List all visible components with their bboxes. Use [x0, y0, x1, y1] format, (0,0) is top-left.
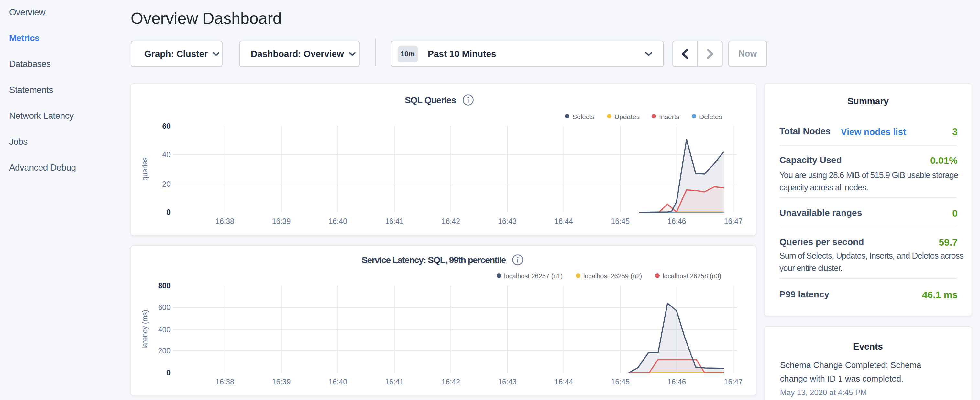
svg-text:60: 60	[162, 122, 170, 131]
svg-text:Selects: Selects	[572, 113, 595, 120]
svg-text:queries: queries	[141, 157, 149, 180]
svg-text:16:43: 16:43	[498, 378, 517, 386]
svg-text:Inserts: Inserts	[659, 113, 679, 120]
svg-text:Updates: Updates	[614, 113, 640, 120]
svg-text:600: 600	[158, 303, 170, 312]
svg-text:Deletes: Deletes	[699, 113, 722, 120]
svg-text:16:47: 16:47	[724, 217, 743, 226]
svg-text:localhost:26259 (n2): localhost:26259 (n2)	[583, 273, 642, 280]
svg-text:200: 200	[158, 347, 170, 355]
svg-text:0: 0	[166, 208, 170, 217]
svg-text:16:44: 16:44	[555, 217, 573, 226]
svg-text:20: 20	[162, 180, 170, 188]
svg-text:16:45: 16:45	[611, 378, 630, 386]
svg-text:16:39: 16:39	[272, 217, 291, 226]
svg-text:latency (ms): latency (ms)	[141, 310, 149, 349]
svg-text:16:42: 16:42	[442, 378, 460, 386]
svg-text:Service Latency: SQL, 99th per: Service Latency: SQL, 99th percentile	[361, 255, 506, 265]
svg-text:400: 400	[158, 325, 170, 334]
svg-text:16:47: 16:47	[724, 378, 743, 386]
svg-text:SQL Queries: SQL Queries	[405, 95, 456, 105]
svg-text:16:39: 16:39	[272, 378, 291, 386]
svg-text:16:42: 16:42	[442, 217, 460, 226]
svg-text:16:46: 16:46	[667, 217, 686, 226]
svg-text:40: 40	[162, 150, 170, 159]
svg-text:16:41: 16:41	[385, 378, 404, 386]
svg-text:16:41: 16:41	[385, 217, 404, 226]
svg-text:16:43: 16:43	[498, 217, 517, 226]
svg-text:localhost:26258 (n3): localhost:26258 (n3)	[663, 273, 721, 280]
svg-text:16:44: 16:44	[555, 378, 573, 386]
svg-text:16:45: 16:45	[611, 217, 630, 226]
svg-text:16:40: 16:40	[328, 378, 347, 386]
svg-text:localhost:26257 (n1): localhost:26257 (n1)	[504, 273, 563, 280]
svg-text:16:46: 16:46	[667, 378, 686, 386]
svg-text:16:38: 16:38	[215, 217, 234, 226]
svg-text:16:38: 16:38	[215, 378, 234, 386]
svg-text:16:40: 16:40	[328, 217, 347, 226]
svg-text:800: 800	[158, 282, 170, 290]
svg-text:0: 0	[166, 369, 170, 377]
